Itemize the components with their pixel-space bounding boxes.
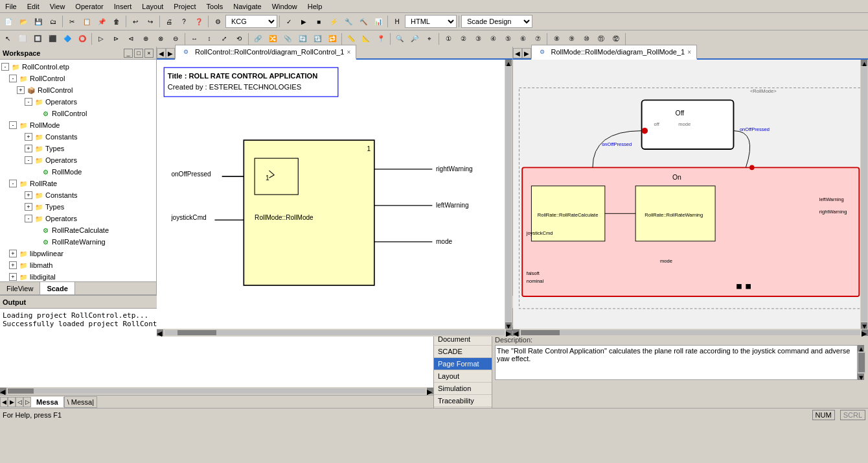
tb2-38[interactable]: ⑩	[579, 32, 593, 46]
props-scroll-down[interactable]: ▼	[858, 374, 864, 380]
props-nav-scade[interactable]: SCADE	[434, 346, 492, 358]
expand-libpwlinear[interactable]: +	[9, 250, 17, 257]
print-button[interactable]: 🖨	[162, 14, 176, 29]
workspace-close[interactable]: ×	[144, 49, 154, 58]
scroll-left-2[interactable]: ◀	[513, 329, 520, 336]
props-scroll-track[interactable]	[858, 351, 865, 374]
tb2-20[interactable]: 🔄	[295, 32, 310, 46]
expand-rollmode-folder[interactable]: -	[9, 121, 17, 129]
scroll-track-h-1[interactable]	[165, 330, 505, 335]
tb2-16[interactable]: ⟲	[232, 32, 246, 46]
tb2-6[interactable]: ⭕	[75, 32, 89, 46]
tb2-1[interactable]: ↖	[1, 32, 15, 46]
expand-rollcontrol-etp[interactable]: -	[1, 63, 9, 71]
code-gen-icon[interactable]: ⚙	[211, 14, 225, 29]
tb2-36[interactable]: ⑧	[549, 32, 564, 46]
tree-item-operators1[interactable]: - 📁 Operators	[1, 96, 155, 108]
tb2-25[interactable]: 📍	[374, 32, 388, 46]
output-tab-input[interactable]: \ Messa|	[64, 396, 97, 408]
kcg-dropdown[interactable]: KCG	[225, 15, 277, 28]
scrollbar-v-1[interactable]: ▲ ▼	[505, 60, 512, 329]
scroll-up-2[interactable]: ▲	[861, 60, 867, 66]
props-scroll-thumb[interactable]	[858, 353, 865, 372]
tb2-5[interactable]: 🔷	[60, 32, 74, 46]
paste-button[interactable]: 📌	[95, 14, 109, 29]
output-tab-messages[interactable]: Messa	[31, 397, 64, 407]
tb2-34[interactable]: ⑥	[516, 32, 530, 46]
tb2-29[interactable]: ①	[441, 32, 455, 46]
gen-icon[interactable]: ⚡	[326, 14, 341, 29]
scroll-track-v-2[interactable]	[861, 67, 867, 322]
scroll-right-1[interactable]: ▶	[506, 329, 512, 336]
menu-tools[interactable]: Tools	[201, 1, 229, 12]
diagram-canvas-2[interactable]: <RollMode> Off off mode	[513, 60, 869, 337]
menu-project[interactable]: Project	[168, 1, 201, 12]
html-icon[interactable]: H	[390, 14, 404, 29]
menu-view[interactable]: View	[45, 1, 71, 12]
tree-item-rollmode-folder[interactable]: - 📁 RollMode	[1, 119, 155, 131]
workspace-minimize[interactable]: _	[124, 49, 133, 58]
tb2-33[interactable]: ⑤	[501, 32, 515, 46]
tree-item-types1[interactable]: + 📁 Types	[1, 143, 155, 154]
tab-close-1[interactable]: ×	[347, 49, 351, 56]
scroll-thumb-h-2[interactable]	[521, 330, 560, 335]
tb2-17[interactable]: 🔗	[251, 32, 265, 46]
tree-item-rollmode-op[interactable]: ⚙ RollMode	[1, 166, 155, 178]
ws-tab-fileview[interactable]: FileView	[0, 282, 40, 294]
expand-constants2[interactable]: +	[25, 191, 32, 199]
props-nav-layout[interactable]: Layout	[434, 370, 492, 383]
tb2-11[interactable]: ⊗	[154, 32, 168, 46]
output-scroll-left[interactable]: ◀	[0, 388, 6, 394]
tree-item-rollratecalculate[interactable]: ⚙ RollRateCalculate	[1, 224, 155, 236]
tree-item-rollratewarning[interactable]: ⚙ RollRateWarning	[1, 236, 155, 248]
tree-item-operators2[interactable]: - 📁 Operators	[1, 154, 155, 166]
delete-button[interactable]: 🗑	[109, 14, 124, 29]
output-scroll-thumb[interactable]	[8, 388, 34, 394]
menu-file[interactable]: File	[0, 1, 22, 12]
menu-window[interactable]: Window	[267, 1, 303, 12]
tree-item-operators3[interactable]: - 📁 Operators	[1, 213, 155, 224]
cut-button[interactable]: ✂	[65, 14, 79, 29]
html-dropdown[interactable]: HTML	[405, 15, 457, 28]
tab-diagram-1[interactable]: ⚙ RollControl::RollControl/diagram_RollC…	[175, 45, 356, 60]
tb2-19[interactable]: 📎	[280, 32, 295, 46]
help2-button[interactable]: ❓	[192, 14, 206, 29]
diagram-canvas-1[interactable]: Title : ROLL RATE CONTROL APPLICATION Cr…	[157, 60, 512, 337]
ws-tab-scade[interactable]: Scade	[40, 282, 74, 294]
tree-item-rollcontrol-pkg[interactable]: + 📦 RollControl	[1, 84, 155, 96]
menu-help[interactable]: Help	[303, 1, 328, 12]
props-desc-scrollbar[interactable]: ▲ ▼	[858, 345, 865, 380]
tb2-35[interactable]: ⑦	[531, 32, 545, 46]
tb2-27[interactable]: 🔎	[407, 32, 422, 46]
tab-prev-2[interactable]: ◀	[513, 48, 522, 58]
scroll-up-1[interactable]: ▲	[505, 60, 512, 66]
save-all-button[interactable]: 🗂	[46, 14, 60, 29]
help-button[interactable]: ?	[177, 14, 191, 29]
scroll-left-1[interactable]: ◀	[157, 329, 163, 336]
tb2-14[interactable]: ↕	[202, 32, 216, 46]
props-nav-simulation[interactable]: Simulation	[434, 383, 492, 395]
expand-rollcontrol-folder[interactable]: -	[9, 75, 17, 82]
tb2-4[interactable]: ⬛	[45, 32, 60, 46]
tb2-10[interactable]: ⊕	[139, 32, 153, 46]
expand-types2[interactable]: +	[25, 203, 32, 211]
tb2-21[interactable]: 🔃	[310, 32, 325, 46]
scroll-thumb-h-1[interactable]	[177, 330, 216, 335]
tb2-31[interactable]: ③	[471, 32, 485, 46]
expand-libmath[interactable]: +	[9, 261, 17, 269]
check-icon[interactable]: ✓	[282, 14, 296, 29]
output-scroll-right[interactable]: ▶	[427, 388, 433, 394]
expand-rollrate-folder[interactable]: -	[9, 180, 17, 187]
output-tab-home[interactable]: ◁	[16, 397, 23, 407]
tb2-15[interactable]: ⤢	[217, 32, 231, 46]
undo-button[interactable]: ↩	[128, 14, 143, 29]
menu-layout[interactable]: Layout	[137, 1, 168, 12]
output-tab-end[interactable]: ▷	[23, 397, 31, 407]
menu-operator[interactable]: Operator	[70, 1, 108, 12]
expand-rollcontrol-pkg[interactable]: +	[17, 86, 25, 94]
scroll-down-1[interactable]: ▼	[505, 322, 512, 329]
save-button[interactable]: 💾	[31, 14, 45, 29]
tab-next-2[interactable]: ▶	[522, 48, 531, 58]
expand-libdigital[interactable]: +	[9, 273, 17, 281]
tb2-18[interactable]: 🔀	[266, 32, 280, 46]
